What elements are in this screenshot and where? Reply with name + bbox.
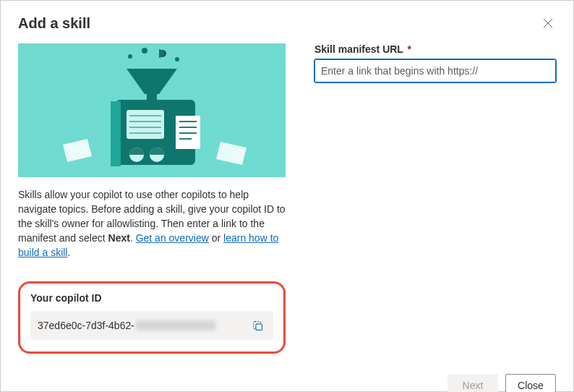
right-column: Skill manifest URL * (314, 43, 556, 354)
desc-next-bold: Next (108, 232, 130, 244)
close-icon[interactable] (540, 15, 556, 31)
svg-point-3 (128, 54, 132, 59)
dialog-body: Skills allow your copilot to use other c… (1, 38, 573, 365)
desc-or: or (209, 232, 223, 244)
svg-rect-24 (255, 323, 262, 330)
required-marker: * (408, 43, 411, 55)
dialog-footer: Next Close (1, 365, 573, 392)
svg-rect-8 (111, 101, 121, 166)
dialog-title: Add a skill (18, 15, 90, 32)
skill-description: Skills allow your copilot to use other c… (18, 187, 286, 260)
next-button: Next (447, 374, 498, 392)
desc-end: . (67, 247, 70, 258)
svg-rect-2 (147, 93, 157, 100)
copilot-id-prefix: 37ed6e0c-7d3f-4b62- (38, 320, 134, 331)
svg-point-6 (175, 57, 179, 61)
skill-url-label-text: Skill manifest URL (314, 43, 403, 55)
copilot-id-row: 37ed6e0c-7d3f-4b62- (30, 311, 273, 340)
overview-link[interactable]: Get an overview (136, 232, 209, 244)
copilot-id-redacted (136, 320, 215, 331)
copilot-id-value: 37ed6e0c-7d3f-4b62- (38, 320, 215, 331)
close-button[interactable]: Close (505, 374, 556, 392)
copilot-id-label: Your copilot ID (30, 292, 273, 304)
add-skill-dialog: Add a skill (0, 0, 574, 392)
skill-manifest-url-input[interactable] (314, 59, 556, 82)
left-column: Skills allow your copilot to use other c… (18, 43, 286, 354)
skill-url-label: Skill manifest URL * (314, 43, 556, 55)
copilot-id-highlight: Your copilot ID 37ed6e0c-7d3f-4b62- (18, 281, 286, 354)
copy-icon[interactable] (249, 317, 266, 334)
dialog-header: Add a skill (1, 1, 573, 38)
svg-point-4 (142, 48, 147, 54)
skill-illustration (18, 43, 286, 177)
desc-period: . (130, 232, 136, 244)
svg-rect-9 (127, 110, 164, 139)
